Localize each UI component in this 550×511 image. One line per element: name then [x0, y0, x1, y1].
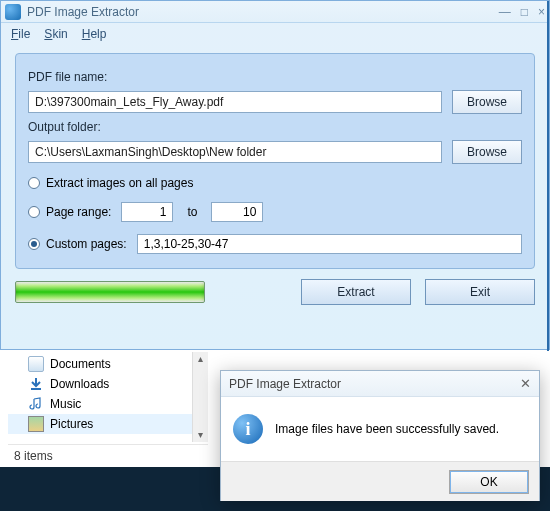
extract-button[interactable]: Extract: [301, 279, 411, 305]
music-icon: [28, 396, 44, 412]
radio-page-range[interactable]: [28, 206, 40, 218]
radio-page-range-label: Page range:: [46, 205, 111, 219]
settings-panel: PDF file name: Browse Output folder: Bro…: [15, 53, 535, 269]
explorer-item-label: Downloads: [50, 377, 109, 391]
msgbox-title-bar: PDF Image Extractor ✕: [221, 371, 539, 397]
scrollbar[interactable]: ▴ ▾: [192, 352, 208, 442]
radio-all-pages-label: Extract images on all pages: [46, 176, 193, 190]
scroll-down-icon[interactable]: ▾: [194, 428, 208, 442]
explorer-item-label: Music: [50, 397, 81, 411]
message-box: PDF Image Extractor ✕ i Image files have…: [220, 370, 540, 501]
msgbox-body: i Image files have been successfully sav…: [221, 397, 539, 461]
output-folder-label: Output folder:: [28, 120, 522, 134]
title-bar: PDF Image Extractor — □ ×: [1, 1, 549, 23]
downloads-icon: [28, 376, 44, 392]
explorer-item-documents[interactable]: Documents: [8, 354, 208, 374]
pdf-file-input[interactable]: [28, 91, 442, 113]
window-border: [547, 1, 549, 351]
app-icon: [5, 4, 21, 20]
minimize-button[interactable]: —: [499, 5, 511, 19]
radio-all-pages[interactable]: [28, 177, 40, 189]
radio-custom-pages-label: Custom pages:: [46, 237, 127, 251]
msgbox-text: Image files have been successfully saved…: [275, 422, 499, 436]
close-button[interactable]: ×: [538, 5, 545, 19]
window-title: PDF Image Extractor: [27, 5, 499, 19]
radio-custom-pages[interactable]: [28, 238, 40, 250]
main-window: PDF Image Extractor — □ × File Skin Help…: [0, 0, 550, 350]
pictures-icon: [28, 416, 44, 432]
ok-button[interactable]: OK: [449, 470, 529, 494]
explorer-item-pictures[interactable]: Pictures: [8, 414, 208, 434]
explorer-item-label: Pictures: [50, 417, 93, 431]
range-from-input[interactable]: [121, 202, 173, 222]
explorer-item-downloads[interactable]: Downloads: [8, 374, 208, 394]
range-to-label: to: [187, 205, 197, 219]
pdf-file-label: PDF file name:: [28, 70, 522, 84]
exit-button[interactable]: Exit: [425, 279, 535, 305]
menu-file[interactable]: File: [11, 27, 30, 41]
msgbox-footer: OK: [221, 461, 539, 501]
info-icon: i: [233, 414, 263, 444]
explorer-status: 8 items: [8, 444, 208, 466]
menu-help[interactable]: Help: [82, 27, 107, 41]
menu-bar: File Skin Help: [1, 23, 549, 45]
scroll-up-icon[interactable]: ▴: [194, 352, 208, 366]
menu-skin[interactable]: Skin: [44, 27, 67, 41]
progress-bar: [15, 281, 205, 303]
explorer-item-label: Documents: [50, 357, 111, 371]
custom-pages-input[interactable]: [137, 234, 522, 254]
browse-output-button[interactable]: Browse: [452, 140, 522, 164]
msgbox-close-button[interactable]: ✕: [520, 376, 531, 391]
msgbox-title: PDF Image Extractor: [229, 377, 341, 391]
system-buttons: — □ ×: [499, 5, 545, 19]
documents-icon: [28, 356, 44, 372]
output-folder-input[interactable]: [28, 141, 442, 163]
browse-pdf-button[interactable]: Browse: [452, 90, 522, 114]
range-to-input[interactable]: [211, 202, 263, 222]
maximize-button[interactable]: □: [521, 5, 528, 19]
explorer-item-music[interactable]: Music: [8, 394, 208, 414]
bottom-bar: Extract Exit: [1, 269, 549, 315]
